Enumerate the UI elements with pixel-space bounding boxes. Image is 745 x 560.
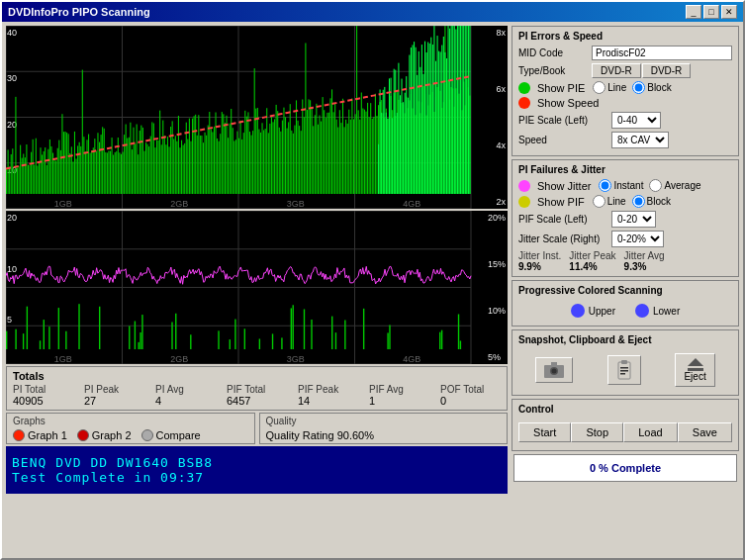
type-book-buttons: DVD-R DVD-R (592, 63, 691, 78)
show-pie-row: Show PIE Line Block (518, 81, 732, 94)
eject-button[interactable]: Eject (675, 353, 714, 387)
pi-peak-col: PI Peak 27 (84, 384, 143, 407)
pie-line-radio[interactable]: Line (593, 81, 626, 94)
pif-avg-label: PIF Avg (369, 384, 428, 395)
pif-scale-row: PIF Scale (Left) 0-20 0-40 (518, 211, 732, 228)
speed-row: Speed 8x CAV 4x CAV 2x CAV (518, 132, 732, 148)
pi-errors-section: PI Errors & Speed MID Code Type/Book DVD… (512, 26, 739, 156)
jitter-average-radio[interactable]: Average (649, 179, 700, 192)
show-pif-row: Show PIF Line Block (518, 195, 732, 208)
pif-scale-select[interactable]: 0-20 0-40 (611, 211, 656, 228)
pif-peak-col: PIF Peak 14 (298, 384, 357, 407)
quality-section: Quality Quality Rating 90.60% (259, 413, 509, 444)
jitter-instant-radio[interactable]: Instant (599, 179, 643, 192)
pif-avg-value: 1 (369, 395, 428, 407)
type-dvd-r1-button[interactable]: DVD-R (592, 63, 641, 78)
show-speed-row: Show Speed (518, 97, 732, 109)
lower-label: Lower (653, 306, 680, 317)
upper-label: Upper (589, 306, 615, 317)
jitter-inst-label: Jitter Inst. (518, 250, 561, 261)
control-title: Control (518, 404, 732, 415)
lower-item[interactable]: Lower (635, 304, 680, 318)
clipboard-icon (616, 360, 632, 380)
graph2-item[interactable]: Graph 2 (77, 429, 132, 441)
pif-peak-label: PIF Peak (298, 384, 357, 395)
pie-radio-group: Line Block (593, 81, 671, 94)
mid-code-input[interactable] (592, 46, 732, 60)
snapshot-title: Snapshot, Clipboard & Eject (518, 334, 732, 345)
graph2-label: Graph 2 (92, 429, 132, 441)
totals-row: PI Total 40905 PI Peak 27 PI Avg 4 PIF T… (13, 384, 501, 407)
stop-button[interactable]: Stop (571, 422, 623, 442)
maximize-button[interactable]: □ (703, 5, 719, 19)
lower-dot (635, 304, 649, 318)
clipboard-button[interactable] (607, 355, 641, 385)
graphs-section: Graphs Graph 1 Graph 2 Compare (6, 413, 255, 444)
jitter-stats: Jitter Inst. 9.9% Jitter Peak 11.4% Jitt… (518, 250, 732, 272)
pof-total-col: POF Total 0 (440, 384, 500, 407)
progress-container: 0 % Complete (513, 454, 737, 482)
speed-select[interactable]: 8x CAV 4x CAV 2x CAV (611, 132, 669, 148)
pif-total-col: PIF Total 6457 (227, 384, 286, 407)
snapshot-row: Eject (518, 349, 732, 391)
eject-label: Eject (684, 371, 705, 382)
compare-label: Compare (156, 429, 201, 441)
pi-errors-title: PI Errors & Speed (518, 31, 732, 42)
jitter-scale-label: Jitter Scale (Right) (518, 233, 607, 244)
show-pif-label: Show PIF (537, 196, 585, 208)
jitter-scale-select[interactable]: 0-20% 0-40% (611, 231, 664, 247)
minimize-button[interactable]: _ (686, 5, 701, 19)
title-bar: DVDInfoPro PIPO Scanning _ □ ✕ (2, 2, 743, 22)
graph1-item[interactable]: Graph 1 (13, 429, 67, 441)
totals-section: Totals PI Total 40905 PI Peak 27 PI Avg … (6, 366, 508, 411)
pie-scale-select[interactable]: 0-40 0-80 0-160 (611, 112, 661, 129)
graph2-dot (77, 429, 89, 441)
graph1-label: Graph 1 (28, 429, 67, 441)
jitter-scale-row: Jitter Scale (Right) 0-20% 0-40% (518, 231, 732, 247)
pie-scale-row: PIE Scale (Left) 0-40 0-80 0-160 (518, 112, 732, 129)
graph-items: Graph 1 Graph 2 Compare (13, 429, 248, 441)
svg-rect-6 (620, 367, 628, 369)
load-button[interactable]: Load (623, 422, 677, 442)
pif-line-radio[interactable]: Line (593, 195, 626, 208)
show-pie-label: Show PIE (537, 82, 585, 94)
jitter-avg-stat: Jitter Avg 9.3% (624, 250, 665, 272)
pif-total-value: 6457 (227, 395, 286, 407)
pif-chart: 20% 15% 10% 5% (6, 211, 508, 364)
save-button[interactable]: Save (678, 422, 732, 442)
pi-avg-col: PI Avg 4 (155, 384, 215, 407)
prog-scan-title: Progressive Colored Scanning (518, 285, 732, 296)
compare-item[interactable]: Compare (141, 429, 201, 441)
jitter-color-dot (518, 180, 530, 192)
type-book-row: Type/Book DVD-R DVD-R (518, 63, 732, 78)
upper-item[interactable]: Upper (571, 304, 615, 318)
type-dvd-r2-button[interactable]: DVD-R (642, 63, 692, 78)
upper-dot (571, 304, 585, 318)
svg-rect-3 (551, 362, 557, 365)
show-speed-label: Show Speed (537, 97, 599, 109)
pi-avg-value: 4 (155, 395, 215, 407)
jitter-inst-stat: Jitter Inst. 9.9% (518, 250, 561, 272)
svg-rect-8 (620, 373, 625, 375)
pi-avg-label: PI Avg (155, 384, 215, 395)
bottom-chart-right-axis: 20% 15% 10% 5% (488, 211, 506, 364)
start-button[interactable]: Start (518, 422, 571, 442)
compare-dot (141, 429, 153, 441)
right-panel: PI Errors & Speed MID Code Type/Book DVD… (512, 26, 739, 554)
speed-label: Speed (518, 135, 607, 145)
camera-button[interactable] (535, 357, 573, 383)
jitter-avg-label: Jitter Avg (624, 250, 665, 261)
pie-block-radio[interactable]: Block (632, 81, 671, 94)
close-button[interactable]: ✕ (721, 5, 737, 19)
pif-block-radio[interactable]: Block (632, 195, 671, 208)
eject-icon (688, 358, 703, 371)
led-display: BENQ DVD DD DW1640 BSB8 Test Complete in… (6, 446, 508, 494)
pie-color-dot (518, 82, 530, 94)
totals-title: Totals (13, 370, 501, 382)
svg-rect-5 (621, 360, 627, 364)
quality-title: Quality (266, 416, 502, 426)
graphs-title: Graphs (13, 416, 248, 426)
pif-total-label: PIF Total (227, 384, 286, 395)
jitter-peak-label: Jitter Peak (569, 250, 615, 261)
control-section: Control Start Stop Load Save (512, 399, 739, 451)
